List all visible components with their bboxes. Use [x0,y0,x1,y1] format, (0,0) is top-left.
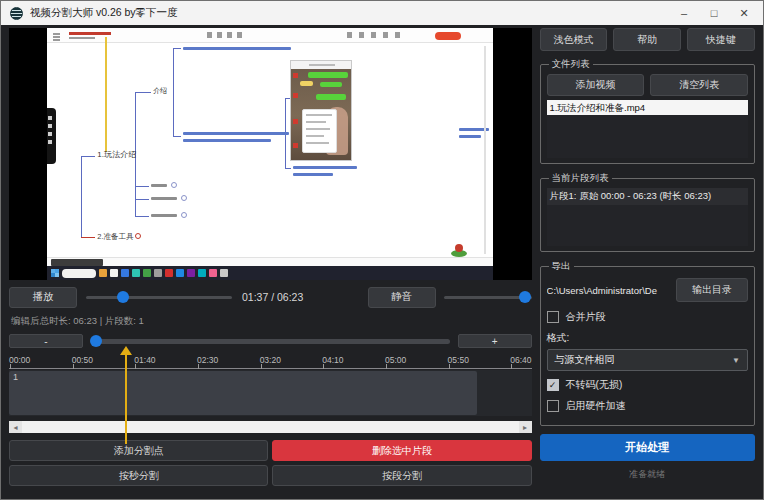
video-preview[interactable]: 1.玩法介绍 2.准备工具 介绍 [9,28,532,280]
ruler-tick: 05:50 [448,353,469,368]
mindmap-node-2: 2.准备工具 [97,232,133,241]
maximize-button[interactable]: □ [699,2,729,24]
segment-list-item[interactable]: 片段1: 原始 00:00 - 06:23 (时长 06:23) [547,188,748,205]
timeline-segment-1[interactable]: 1 [9,371,477,415]
file-list-group: 文件列表 添加视频 清空列表 1.玩法介绍和准备.mp4 [540,58,755,164]
help-button[interactable]: 帮助 [613,28,681,51]
mindmap-node-1: 1.玩法介绍 [97,150,136,159]
format-select[interactable]: 与源文件相同 ▼ [547,349,748,371]
segment-list[interactable]: 片段1: 原始 00:00 - 06:23 (时长 06:23) [547,188,748,246]
split-by-segments-button[interactable]: 按段分割 [272,465,531,486]
format-label: 格式: [547,331,748,345]
app-icon [10,7,23,20]
video-frame: 1.玩法介绍 2.准备工具 介绍 [47,28,493,280]
ruler-tick: 03:20 [260,353,281,368]
file-list-item[interactable]: 1.玩法介绍和准备.mp4 [547,100,748,115]
scrollbar-right-arrow[interactable]: ▸ [519,421,532,433]
hw-accel-label: 启用硬件加速 [566,399,626,413]
progress-slider[interactable] [86,287,232,307]
add-split-point-button[interactable]: 添加分割点 [9,440,268,461]
timeline-track[interactable]: 1 [9,370,532,416]
video-windows-taskbar [47,266,493,280]
ruler-tick: 00:00 [9,353,30,368]
export-title: 导出 [549,260,574,273]
output-dir-button[interactable]: 输出目录 [676,278,748,302]
video-mindmap-toolbar [47,28,493,43]
split-by-seconds-button[interactable]: 按秒分割 [9,465,268,486]
segment-list-group: 当前片段列表 片段1: 原始 00:00 - 06:23 (时长 06:23) [540,172,755,252]
clear-list-button[interactable]: 清空列表 [650,74,748,96]
no-transcode-checkbox[interactable]: ✓ [547,379,559,391]
video-app-statusbar [47,257,493,266]
no-transcode-label: 不转码(无损) [566,378,623,392]
delete-segment-button[interactable]: 删除选中片段 [272,440,531,461]
video-phone-screenshot [290,60,352,161]
video-start-icon [51,269,59,277]
volume-slider-handle[interactable] [519,291,531,303]
merge-segments-checkbox[interactable] [547,311,559,323]
format-selected-value: 与源文件相同 [555,353,615,367]
close-button[interactable]: ✕ [729,2,759,24]
ruler-tick: 02:30 [197,353,218,368]
video-toolbar-cta-button [435,32,461,40]
video-highlight-line [105,37,107,152]
timeline-scrollbar[interactable]: ◂ ▸ [9,421,532,433]
window-title: 视频分割大师 v0.26 by零下一度 [30,6,178,20]
start-processing-button[interactable]: 开始处理 [540,434,755,461]
light-mode-button[interactable]: 浅色模式 [540,28,608,51]
timeline-zoom-slider[interactable] [91,334,450,348]
edit-summary: 编辑后总时长: 06:23 | 片段数: 1 [11,315,532,328]
title-bar: 视频分割大师 v0.26 by零下一度 – □ ✕ [1,1,763,25]
ruler-tick: 05:00 [385,353,406,368]
status-text: 准备就绪 [540,468,755,481]
chevron-down-icon: ▼ [732,356,740,365]
zoom-out-button[interactable]: - [9,334,83,348]
progress-slider-handle[interactable] [117,291,129,303]
output-path: C:\Users\Administrator\De [547,285,670,296]
mindmap-node-intro: 介绍 [153,86,167,95]
video-side-tab [47,108,56,164]
ruler-tick: 06:40 [510,353,531,368]
mute-button[interactable]: 静音 [368,287,436,308]
time-display: 01:37 / 06:23 [232,291,368,303]
play-button[interactable]: 播放 [9,287,77,308]
file-list-title: 文件列表 [549,58,593,71]
app-window: 视频分割大师 v0.26 by零下一度 – □ ✕ [0,0,764,500]
add-video-button[interactable]: 添加视频 [547,74,645,96]
zoom-slider-handle[interactable] [90,335,102,347]
shortcuts-button[interactable]: 快捷键 [687,28,755,51]
export-group: 导出 C:\Users\Administrator\De 输出目录 合并片段 格… [540,260,755,426]
hw-accel-checkbox[interactable] [547,400,559,412]
segment-list-title: 当前片段列表 [549,172,612,185]
ruler-tick: 00:50 [72,353,93,368]
ruler-tick: 04:10 [322,353,343,368]
ruler-tick: 01:40 [134,353,155,368]
minimize-button[interactable]: – [669,2,699,24]
timeline[interactable]: 00:00 00:50 01:40 02:30 03:20 04:10 05:0… [9,353,532,433]
timeline-ruler: 00:00 00:50 01:40 02:30 03:20 04:10 05:0… [9,353,532,369]
scrollbar-left-arrow[interactable]: ◂ [9,421,22,433]
merge-segments-label: 合并片段 [566,310,606,324]
zoom-in-button[interactable]: + [458,334,532,348]
file-list[interactable]: 1.玩法介绍和准备.mp4 [547,100,748,158]
volume-slider[interactable] [444,287,532,307]
